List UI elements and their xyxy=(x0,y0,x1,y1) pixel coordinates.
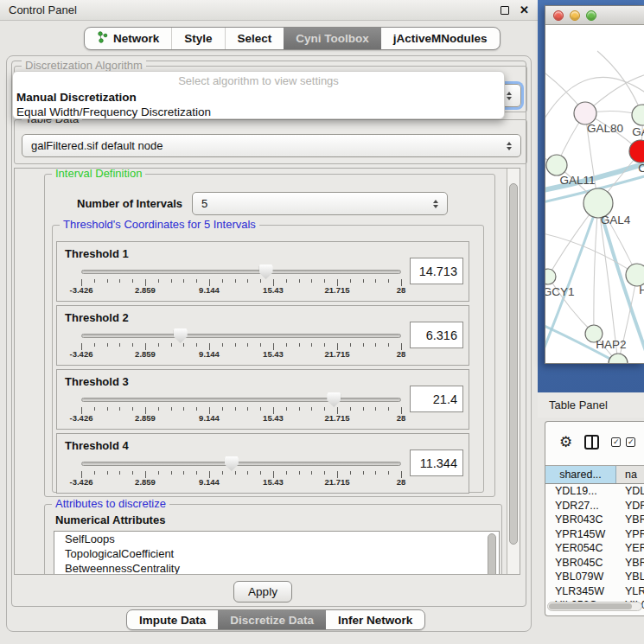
cell-name[interactable]: YLR3 xyxy=(616,584,644,599)
table-scrollbar-thumb[interactable] xyxy=(549,603,632,609)
tick-mark xyxy=(235,279,236,283)
cell-shared-name[interactable]: YDL19... xyxy=(545,484,616,499)
tab-infer-network[interactable]: Infer Network xyxy=(326,610,424,629)
tab-style[interactable]: Style xyxy=(171,28,224,49)
tick-mark xyxy=(132,279,133,283)
zoom-traffic-light-icon[interactable] xyxy=(586,10,596,21)
threshold-slider[interactable]: -3.4262.8599.14415.4321.71528 xyxy=(81,456,401,486)
network-canvas[interactable]: GAL80GACGAL11GAL4GCY1HHAP2 xyxy=(545,25,644,363)
slider-track[interactable] xyxy=(81,462,401,466)
tab-jactivemnodules[interactable]: jActiveMNodules xyxy=(381,28,500,49)
threshold-slider[interactable]: -3.4262.8599.14415.4321.71528 xyxy=(81,392,401,422)
table-data-combo[interactable]: galFiltered.sif default node xyxy=(22,134,521,157)
gear-icon[interactable]: ⚙ xyxy=(559,435,572,450)
cell-shared-name[interactable]: YER054C xyxy=(545,541,616,556)
network-edge[interactable] xyxy=(597,51,642,115)
tick-label: -3.426 xyxy=(70,349,93,359)
tick-label: 28 xyxy=(397,285,406,295)
column-header-name[interactable]: na xyxy=(616,466,644,483)
tab-cyni-toolbox[interactable]: Cyni Toolbox xyxy=(284,28,381,49)
apply-button[interactable]: Apply xyxy=(233,581,292,603)
cell-name[interactable]: YDR2 xyxy=(616,499,644,513)
column-header-shared-name[interactable]: shared... xyxy=(545,466,616,483)
network-edge[interactable] xyxy=(545,233,637,275)
slider-track[interactable] xyxy=(81,334,401,338)
network-node-gcy1[interactable] xyxy=(545,269,556,284)
tab-discretize-data[interactable]: Discretize Data xyxy=(218,610,326,629)
table-row[interactable]: YDR27...YDR2 xyxy=(545,499,644,513)
network-graph[interactable]: GAL80GACGAL11GAL4GCY1HHAP2 xyxy=(545,25,644,363)
close-icon[interactable]: ✕ xyxy=(520,6,529,15)
slider-thumb[interactable] xyxy=(327,392,341,407)
cell-name[interactable]: YBR0 xyxy=(616,513,644,527)
tick-mark xyxy=(247,407,248,411)
network-window-titlebar xyxy=(545,6,644,25)
threshold-value-field[interactable]: 6.316 xyxy=(410,322,463,348)
table-row[interactable]: YBL079WYBL0 xyxy=(545,570,644,584)
tick-label: 9.144 xyxy=(199,285,220,295)
tab-network[interactable]: Network xyxy=(85,28,171,49)
cell-name[interactable]: YDL1 xyxy=(616,484,644,499)
table-horizontal-scrollbar[interactable] xyxy=(547,602,642,611)
cell-shared-name[interactable]: YDR27... xyxy=(545,499,616,513)
threshold-slider[interactable]: -3.4262.8599.14415.4321.71528 xyxy=(81,328,401,358)
algorithm-option-equal-width-frequency-discretization[interactable]: Equal Width/Frequency Discretization xyxy=(13,105,504,119)
attribute-item-topologicalcoefficient[interactable]: TopologicalCoefficient xyxy=(54,546,499,561)
table-row[interactable]: YBR045CYBR0 xyxy=(545,556,644,571)
numerical-attributes-list[interactable]: SelfLoopsTopologicalCoefficientBetweenne… xyxy=(54,531,500,575)
cell-shared-name[interactable]: YPR145W xyxy=(545,527,616,542)
tick-mark xyxy=(247,279,248,283)
slider-thumb[interactable] xyxy=(259,265,273,279)
tab-select[interactable]: Select xyxy=(225,28,284,49)
settings-scrollbar-thumb[interactable] xyxy=(509,183,518,545)
tick-label: 2.859 xyxy=(135,285,156,295)
threshold-value-field[interactable]: 14.713 xyxy=(410,258,463,284)
threshold-value-field[interactable]: 21.4 xyxy=(410,386,463,412)
slider-track[interactable] xyxy=(81,398,401,402)
tick-mark xyxy=(350,279,351,283)
tick-mark xyxy=(183,471,184,475)
threshold-label: Threshold 1 xyxy=(65,247,129,260)
close-traffic-light-icon[interactable] xyxy=(553,10,564,21)
split-columns-icon[interactable] xyxy=(584,435,599,450)
threshold-label: Threshold 4 xyxy=(65,439,129,452)
table-row[interactable]: YER054CYER0 xyxy=(545,541,644,556)
attributes-scrollbar-thumb[interactable] xyxy=(488,533,496,575)
minimize-traffic-light-icon[interactable] xyxy=(570,10,580,21)
attributes-scrollbar[interactable] xyxy=(487,533,497,575)
cell-name[interactable]: YER0 xyxy=(616,541,644,556)
table-row[interactable]: YBR043CYBR0 xyxy=(545,513,644,527)
threshold-slider[interactable]: -3.4262.8599.14415.4321.71528 xyxy=(81,265,401,294)
threshold-value-field[interactable]: 11.344 xyxy=(410,450,463,476)
table-row[interactable]: YLR345WYLR3 xyxy=(545,584,644,599)
float-window-icon[interactable] xyxy=(501,6,509,15)
network-node-gal11[interactable] xyxy=(546,155,567,175)
checkbox-icon[interactable]: ✓ xyxy=(611,437,621,447)
node-table: shared... na YDL19...YDL1YDR27...YDR2YBR… xyxy=(545,465,644,615)
cell-shared-name[interactable]: YBR043C xyxy=(545,513,616,527)
number-of-intervals-combo[interactable]: 5 xyxy=(192,192,448,215)
network-node-ga[interactable] xyxy=(632,105,644,125)
attribute-item-betweennesscentrality[interactable]: BetweennessCentrality xyxy=(54,561,499,575)
control-panel-header: Control Panel ✕ xyxy=(0,0,538,21)
table-row[interactable]: YDL19...YDL1 xyxy=(545,484,644,499)
cell-shared-name[interactable]: YBL079W xyxy=(545,570,616,584)
algorithm-option-manual-discretization[interactable]: Manual Discretization xyxy=(13,90,504,105)
network-edge[interactable] xyxy=(594,203,598,334)
attribute-item-selfloops[interactable]: SelfLoops xyxy=(54,532,499,546)
cell-name[interactable]: YPR1 xyxy=(616,527,644,542)
checkbox-icon[interactable]: ✓ xyxy=(626,437,635,447)
table-row[interactable]: YPR145WYPR1 xyxy=(545,527,644,542)
cell-shared-name[interactable]: YBR045C xyxy=(545,556,616,571)
cell-shared-name[interactable]: YLR345W xyxy=(545,584,616,599)
tick-mark xyxy=(260,471,261,475)
tab-impute-data[interactable]: Impute Data xyxy=(127,610,218,629)
settings-scrollbar[interactable] xyxy=(507,169,520,574)
slider-thumb[interactable] xyxy=(225,456,239,471)
slider-track[interactable] xyxy=(81,270,401,274)
slider-thumb[interactable] xyxy=(174,328,188,343)
tab-label: Style xyxy=(184,32,212,45)
cell-name[interactable]: YBL0 xyxy=(616,570,644,584)
cell-name[interactable]: YBR0 xyxy=(616,556,644,571)
network-node-label: GAL4 xyxy=(601,214,631,226)
